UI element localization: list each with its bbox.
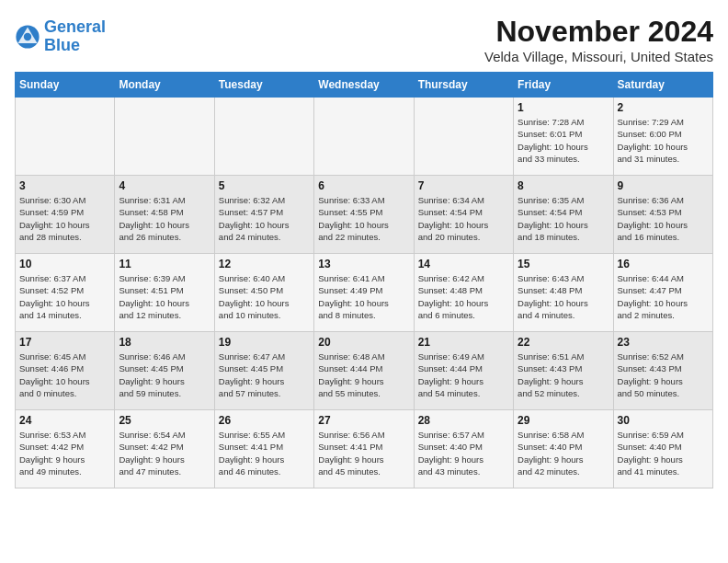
day-detail: Sunrise: 6:39 AM Sunset: 4:51 PM Dayligh… xyxy=(119,272,210,321)
calendar-cell: 18Sunrise: 6:46 AM Sunset: 4:45 PM Dayli… xyxy=(115,332,214,410)
day-header-wednesday: Wednesday xyxy=(314,73,414,98)
calendar-cell: 11Sunrise: 6:39 AM Sunset: 4:51 PM Dayli… xyxy=(115,254,214,332)
day-number: 26 xyxy=(219,414,310,427)
day-detail: Sunrise: 6:45 AM Sunset: 4:46 PM Dayligh… xyxy=(19,350,110,399)
day-number: 16 xyxy=(618,258,709,270)
day-detail: Sunrise: 6:36 AM Sunset: 4:53 PM Dayligh… xyxy=(618,194,709,243)
day-number: 5 xyxy=(219,179,310,192)
svg-point-2 xyxy=(24,33,31,40)
day-number: 14 xyxy=(418,258,509,270)
calendar-cell: 17Sunrise: 6:45 AM Sunset: 4:46 PM Dayli… xyxy=(16,332,115,410)
calendar-cell: 5Sunrise: 6:32 AM Sunset: 4:57 PM Daylig… xyxy=(214,176,313,254)
day-detail: Sunrise: 6:30 AM Sunset: 4:59 PM Dayligh… xyxy=(19,194,110,243)
calendar-cell: 27Sunrise: 6:56 AM Sunset: 4:41 PM Dayli… xyxy=(314,410,414,488)
day-detail: Sunrise: 6:48 AM Sunset: 4:44 PM Dayligh… xyxy=(318,350,409,399)
calendar-cell: 2Sunrise: 7:29 AM Sunset: 6:00 PM Daylig… xyxy=(613,98,712,176)
day-number: 19 xyxy=(219,336,310,349)
calendar-header-row: SundayMondayTuesdayWednesdayThursdayFrid… xyxy=(16,73,713,98)
day-number: 1 xyxy=(518,101,609,114)
day-header-monday: Monday xyxy=(115,73,214,98)
day-detail: Sunrise: 6:49 AM Sunset: 4:44 PM Dayligh… xyxy=(418,350,509,399)
day-detail: Sunrise: 7:28 AM Sunset: 6:01 PM Dayligh… xyxy=(518,116,609,165)
calendar-cell: 16Sunrise: 6:44 AM Sunset: 4:47 PM Dayli… xyxy=(613,254,712,332)
calendar-cell: 3Sunrise: 6:30 AM Sunset: 4:59 PM Daylig… xyxy=(16,176,115,254)
day-header-tuesday: Tuesday xyxy=(214,73,313,98)
calendar-cell: 8Sunrise: 6:35 AM Sunset: 4:54 PM Daylig… xyxy=(514,176,613,254)
day-detail: Sunrise: 6:51 AM Sunset: 4:43 PM Dayligh… xyxy=(518,350,609,399)
day-detail: Sunrise: 7:29 AM Sunset: 6:00 PM Dayligh… xyxy=(618,116,709,165)
day-header-saturday: Saturday xyxy=(613,73,712,98)
calendar-cell: 14Sunrise: 6:42 AM Sunset: 4:48 PM Dayli… xyxy=(414,254,513,332)
day-detail: Sunrise: 6:47 AM Sunset: 4:45 PM Dayligh… xyxy=(219,350,310,399)
day-detail: Sunrise: 6:40 AM Sunset: 4:50 PM Dayligh… xyxy=(219,272,310,321)
day-header-sunday: Sunday xyxy=(16,73,115,98)
calendar-cell: 21Sunrise: 6:49 AM Sunset: 4:44 PM Dayli… xyxy=(414,332,513,410)
day-number: 2 xyxy=(618,101,709,114)
day-detail: Sunrise: 6:35 AM Sunset: 4:54 PM Dayligh… xyxy=(518,194,609,243)
calendar-cell: 1Sunrise: 7:28 AM Sunset: 6:01 PM Daylig… xyxy=(514,98,613,176)
day-header-thursday: Thursday xyxy=(414,73,513,98)
calendar-cell: 19Sunrise: 6:47 AM Sunset: 4:45 PM Dayli… xyxy=(214,332,313,410)
calendar-cell: 7Sunrise: 6:34 AM Sunset: 4:54 PM Daylig… xyxy=(414,176,513,254)
calendar-table: SundayMondayTuesdayWednesdayThursdayFrid… xyxy=(15,72,713,488)
day-detail: Sunrise: 6:44 AM Sunset: 4:47 PM Dayligh… xyxy=(618,272,709,321)
day-number: 13 xyxy=(318,258,409,270)
day-detail: Sunrise: 6:32 AM Sunset: 4:57 PM Dayligh… xyxy=(219,194,310,243)
calendar-cell: 9Sunrise: 6:36 AM Sunset: 4:53 PM Daylig… xyxy=(613,176,712,254)
day-number: 12 xyxy=(219,258,310,270)
day-detail: Sunrise: 6:33 AM Sunset: 4:55 PM Dayligh… xyxy=(318,194,409,243)
calendar-cell: 6Sunrise: 6:33 AM Sunset: 4:55 PM Daylig… xyxy=(314,176,414,254)
calendar-cell: 23Sunrise: 6:52 AM Sunset: 4:43 PM Dayli… xyxy=(613,332,712,410)
day-detail: Sunrise: 6:54 AM Sunset: 4:42 PM Dayligh… xyxy=(119,429,210,477)
day-number: 23 xyxy=(618,336,709,349)
day-number: 4 xyxy=(119,179,210,192)
day-number: 6 xyxy=(318,179,409,192)
calendar-cell xyxy=(214,98,313,176)
calendar-week-row: 17Sunrise: 6:45 AM Sunset: 4:46 PM Dayli… xyxy=(16,332,713,410)
logo-text: General Blue xyxy=(44,18,106,55)
page-header: General Blue November 2024 Velda Village… xyxy=(15,15,713,64)
calendar-cell: 4Sunrise: 6:31 AM Sunset: 4:58 PM Daylig… xyxy=(115,176,214,254)
day-number: 7 xyxy=(418,179,509,192)
calendar-cell xyxy=(16,98,115,176)
calendar-cell: 13Sunrise: 6:41 AM Sunset: 4:49 PM Dayli… xyxy=(314,254,414,332)
day-number: 24 xyxy=(19,414,110,427)
day-detail: Sunrise: 6:53 AM Sunset: 4:42 PM Dayligh… xyxy=(19,429,110,477)
day-number: 27 xyxy=(318,414,409,427)
day-detail: Sunrise: 6:52 AM Sunset: 4:43 PM Dayligh… xyxy=(618,350,709,399)
day-number: 28 xyxy=(418,414,509,427)
day-detail: Sunrise: 6:43 AM Sunset: 4:48 PM Dayligh… xyxy=(518,272,609,321)
calendar-cell: 22Sunrise: 6:51 AM Sunset: 4:43 PM Dayli… xyxy=(514,332,613,410)
day-detail: Sunrise: 6:37 AM Sunset: 4:52 PM Dayligh… xyxy=(19,272,110,321)
day-number: 22 xyxy=(518,336,609,349)
calendar-cell: 25Sunrise: 6:54 AM Sunset: 4:42 PM Dayli… xyxy=(115,410,214,488)
day-number: 3 xyxy=(19,179,110,192)
day-detail: Sunrise: 6:56 AM Sunset: 4:41 PM Dayligh… xyxy=(318,429,409,477)
title-area: November 2024 Velda Village, Missouri, U… xyxy=(484,15,713,64)
calendar-week-row: 3Sunrise: 6:30 AM Sunset: 4:59 PM Daylig… xyxy=(16,176,713,254)
day-detail: Sunrise: 6:42 AM Sunset: 4:48 PM Dayligh… xyxy=(418,272,509,321)
calendar-cell: 15Sunrise: 6:43 AM Sunset: 4:48 PM Dayli… xyxy=(514,254,613,332)
logo-icon xyxy=(15,24,40,50)
calendar-cell: 29Sunrise: 6:58 AM Sunset: 4:40 PM Dayli… xyxy=(514,410,613,488)
day-detail: Sunrise: 6:31 AM Sunset: 4:58 PM Dayligh… xyxy=(119,194,210,243)
day-number: 15 xyxy=(518,258,609,270)
day-header-friday: Friday xyxy=(514,73,613,98)
calendar-cell: 20Sunrise: 6:48 AM Sunset: 4:44 PM Dayli… xyxy=(314,332,414,410)
day-number: 10 xyxy=(19,258,110,270)
calendar-week-row: 24Sunrise: 6:53 AM Sunset: 4:42 PM Dayli… xyxy=(16,410,713,488)
day-detail: Sunrise: 6:59 AM Sunset: 4:40 PM Dayligh… xyxy=(618,429,709,477)
calendar-cell: 12Sunrise: 6:40 AM Sunset: 4:50 PM Dayli… xyxy=(214,254,313,332)
calendar-cell: 28Sunrise: 6:57 AM Sunset: 4:40 PM Dayli… xyxy=(414,410,513,488)
day-number: 9 xyxy=(618,179,709,192)
day-number: 25 xyxy=(119,414,210,427)
page-title: November 2024 xyxy=(484,15,713,49)
calendar-cell xyxy=(115,98,214,176)
day-detail: Sunrise: 6:57 AM Sunset: 4:40 PM Dayligh… xyxy=(418,429,509,477)
calendar-cell: 10Sunrise: 6:37 AM Sunset: 4:52 PM Dayli… xyxy=(16,254,115,332)
calendar-week-row: 10Sunrise: 6:37 AM Sunset: 4:52 PM Dayli… xyxy=(16,254,713,332)
day-number: 17 xyxy=(19,336,110,349)
day-number: 18 xyxy=(119,336,210,349)
logo: General Blue xyxy=(15,18,106,55)
day-detail: Sunrise: 6:58 AM Sunset: 4:40 PM Dayligh… xyxy=(518,429,609,477)
